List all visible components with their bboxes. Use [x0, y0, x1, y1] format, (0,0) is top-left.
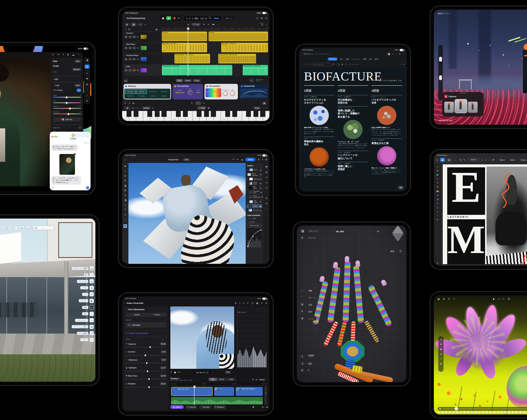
bar-ruler[interactable]: 1234567891011121314151617 — [162, 27, 268, 31]
decay-knob[interactable] — [223, 91, 228, 96]
model-value[interactable]: Modern Tube — [176, 92, 184, 93]
quantize-icon[interactable]: ⧓ — [212, 23, 215, 26]
measure-label[interactable]: 測定 — [306, 361, 314, 365]
record-enable-button[interactable]: R — [132, 69, 136, 72]
duplicate-track-icon[interactable]: ⧉ — [128, 28, 130, 30]
drive-knob[interactable] — [188, 90, 193, 95]
sustain-button[interactable]: Sustain — [142, 106, 151, 109]
transform-icon[interactable]: ⇱ — [300, 309, 305, 314]
history-icon[interactable]: ◷ — [398, 249, 403, 253]
versions-icon[interactable]: ↺ — [86, 100, 88, 102]
region-pads-1[interactable]: Keyboard Player - Simple Pad — [162, 65, 232, 75]
send-button[interactable]: ↑ — [86, 186, 89, 189]
effects-icon[interactable]: ❖ — [492, 159, 494, 161]
timeline-scrollbar[interactable] — [264, 386, 267, 405]
back-icon[interactable]: ‹ — [124, 302, 125, 304]
italic-icon[interactable]: I — [336, 63, 336, 65]
audio-track[interactable] — [171, 397, 263, 404]
inspect-button[interactable]: ⬓Inspect — [170, 405, 184, 409]
track-more-icon[interactable]: ⋯ — [159, 29, 161, 30]
settings-icon[interactable]: ⚙ — [261, 17, 263, 19]
mute-button[interactable]: M — [124, 36, 128, 38]
lock-icon[interactable]: ⚿ — [152, 107, 154, 109]
more-icon[interactable]: ⋯ — [78, 53, 80, 56]
flipbook-panel[interactable]: ▥ Flipbook — [442, 92, 484, 117]
export-icon[interactable]: ⬆ — [258, 158, 259, 161]
slider-value[interactable]: 15.44 — [160, 374, 167, 377]
tools-label[interactable]: ツール — [306, 316, 316, 321]
preset-button[interactable]: Bright Synth — [125, 89, 136, 94]
arrange-area[interactable]: 1234567891011121314151617 Drummer Drumme… — [162, 27, 268, 76]
plugin-chromaglow[interactable]: ChromaGlow ModelModern Tube Drive StyleC… — [173, 84, 203, 99]
preset-button[interactable]: Metallic Swell — [148, 89, 158, 94]
tools-icon[interactable]: ⚒ — [300, 316, 305, 321]
track-zoom-icon[interactable]: ▣ — [156, 29, 157, 30]
home-icon[interactable]: ⌂ — [333, 230, 334, 233]
mask-icon[interactable]: ⊡ — [265, 197, 267, 199]
reset-button[interactable]: ↺Reset — [147, 313, 167, 317]
more-icon[interactable]: ⋯ — [232, 371, 234, 373]
cycle-range-icon[interactable]: ◎ — [256, 17, 258, 19]
media-icon[interactable]: ▦ — [256, 302, 258, 304]
region-bass-1[interactable]: Bass Player - Indie Disco — [162, 43, 207, 52]
slider-value[interactable]: 4.41 — [161, 350, 167, 354]
curves-section[interactable]: ⌄ CURVES — [246, 220, 262, 223]
ps-canvas[interactable] — [128, 163, 246, 264]
search-label[interactable]: 検索 — [306, 288, 314, 292]
zoom-level[interactable]: 74 % — [225, 371, 231, 374]
gradient-icon[interactable]: ◨ — [124, 199, 127, 201]
solo-button[interactable]: S — [128, 36, 132, 38]
prev-frame-icon[interactable]: ⏮ — [170, 371, 172, 373]
progress-knob[interactable] — [455, 407, 458, 410]
pencil-icon[interactable]: ✎ — [436, 182, 438, 184]
timeline-tracks[interactable]: 00:00:0000:00:1500:00:3000:00:45 Skyline… — [170, 383, 268, 406]
edit-tool-icon[interactable]: ☰ — [85, 65, 89, 69]
split-keyboard-icon[interactable]: ◫ — [132, 107, 134, 109]
share-button[interactable]: Share — [245, 158, 255, 161]
split-icon[interactable]: ✄ — [207, 23, 209, 26]
snap-icon[interactable]: ⊘ — [300, 368, 305, 373]
region-drummer-2[interactable]: Drummer — [209, 32, 268, 41]
properties-icon[interactable]: ⬒ — [265, 166, 268, 168]
designer-icon[interactable] — [387, 53, 390, 55]
collapse-icon[interactable]: — — [265, 107, 267, 109]
layer-row[interactable]: Blue match◉ — [246, 186, 262, 190]
copy-icon[interactable]: ⧉ — [187, 23, 189, 26]
settings-icon[interactable]: ⚙ — [265, 158, 267, 161]
comments-icon[interactable]: ▭ — [265, 181, 268, 184]
export-icon[interactable]: ⬆ — [443, 298, 445, 300]
plugin-alchemy[interactable]: Alchemy Bright Synth Soft Synth Metallic… — [124, 84, 171, 99]
octave-up-icon[interactable]: › — [140, 107, 141, 109]
layers-icon[interactable]: ▤ — [447, 158, 452, 162]
pointer-icon[interactable]: ➤ — [460, 159, 462, 161]
faders-icon[interactable]: ≡ — [203, 102, 205, 104]
redo-icon[interactable]: ↷ — [305, 63, 306, 65]
preset-dropdown[interactable]: ‹ Default › — [467, 158, 479, 161]
cloud-icon[interactable]: ☁ — [241, 158, 243, 161]
modeling-button[interactable]: モデリング — [306, 229, 320, 233]
visibility-icon[interactable]: ◉ — [260, 209, 261, 211]
arp-icon[interactable]: ⇶ — [207, 107, 209, 109]
layers-icon[interactable]: ▤ — [440, 362, 442, 365]
edge-mode-button[interactable]: Edge — [227, 378, 236, 381]
velocity-icon[interactable]: ◔ — [217, 23, 219, 26]
color-mix-button[interactable]: Color mix — [53, 117, 81, 122]
visibility-icon[interactable]: ◉ — [262, 196, 263, 198]
pencil-icon[interactable]: ✎ — [249, 79, 254, 82]
visibility-icon[interactable]: ◉ — [260, 200, 261, 203]
snapping-icon[interactable]: ⌒ — [257, 406, 259, 408]
flipbook-frame[interactable] — [468, 102, 478, 113]
mixer-view-icon[interactable]: ▦ — [131, 23, 136, 26]
info-icon[interactable]: ⓘ — [265, 187, 268, 189]
search-icon[interactable]: ⌕ — [300, 288, 305, 293]
region-bass-2[interactable]: Bass Player - Indie Disco — [221, 43, 268, 52]
light-magic-icon[interactable]: ✦ — [162, 338, 164, 340]
saturation-slider[interactable] — [53, 114, 81, 114]
drag-on-image-button[interactable]: Drag on image — [247, 224, 262, 227]
facetime-icon[interactable]: ⌗ — [88, 135, 89, 138]
mute-button[interactable]: M — [124, 47, 128, 49]
keys-icon[interactable]: ⌹ — [129, 102, 130, 104]
record-enable-button[interactable]: R — [132, 36, 136, 38]
tab-sends[interactable]: Sends — [184, 79, 192, 82]
undo-icon[interactable]: ↶ — [301, 63, 303, 65]
